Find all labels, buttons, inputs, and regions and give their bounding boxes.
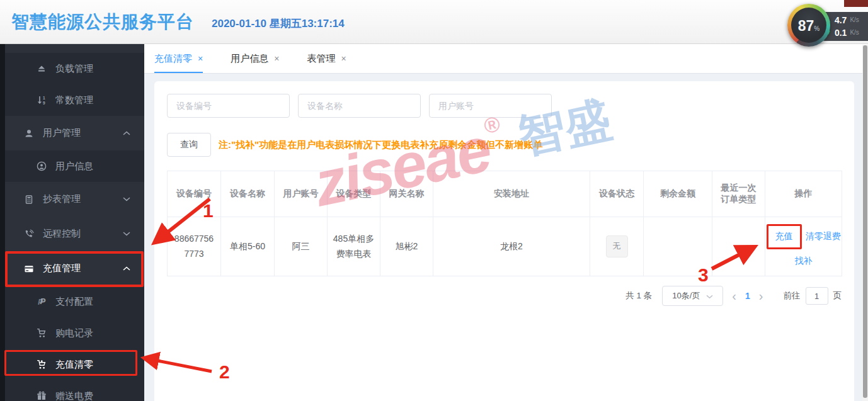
eject-icon	[35, 64, 48, 74]
user-icon	[23, 128, 35, 138]
upload-speed: 4.7	[835, 14, 847, 26]
cell-install-address: 龙根2	[433, 217, 590, 276]
sidebar-rail	[0, 44, 5, 401]
sidebar-item-meter-reading[interactable]: 抄表管理	[5, 182, 144, 217]
sidebar-item-label: 支付配置	[55, 296, 93, 308]
total-count: 共 1 条	[625, 290, 652, 302]
sidebar-item-recharge-reset[interactable]: 充值清零	[5, 349, 144, 380]
chevron-down-icon	[706, 291, 713, 301]
cart-icon	[35, 328, 48, 338]
make-up-link[interactable]: 找补	[795, 254, 813, 269]
sidebar-item-label: 购电记录	[55, 327, 93, 339]
device-name-input[interactable]	[298, 94, 421, 118]
query-button[interactable]: 查询	[167, 133, 211, 157]
tab-recharge-reset[interactable]: 充值清零 ×	[154, 44, 203, 73]
credit-card-icon	[23, 264, 35, 274]
cell-actions: 充值 清零退费 找补	[765, 217, 842, 276]
goto-label: 前往	[784, 290, 801, 302]
tab-label: 充值清零	[154, 53, 192, 65]
network-monitor-widget[interactable]: ▲ 4.7 K/s ▼ 0.1 K/s 87 %	[787, 4, 868, 49]
tab-bar: 充值清零 × 用户信息 × 表管理 ×	[144, 44, 868, 74]
sidebar-group-user: 用户信息	[5, 150, 144, 182]
col-device-status: 设备状态	[590, 171, 644, 217]
close-icon[interactable]: ×	[198, 54, 203, 64]
svg-text:9: 9	[43, 101, 45, 105]
content-panel: 查询 注:"找补"功能是在用户电表损坏情况下更换电表补充原剩余金额但不新增账单 …	[154, 81, 854, 401]
annotation-box-recharge: 充值	[767, 224, 802, 249]
sort-numeric-icon: 19	[35, 95, 48, 105]
main-content: 充值清零 × 用户信息 × 表管理 ×	[144, 44, 868, 401]
tab-label: 表管理	[307, 53, 335, 65]
note-text: 注:"找补"功能是在用户电表损坏情况下更换电表补充原剩余金额但不新增账单	[219, 139, 542, 151]
download-speed-unit: K/s	[850, 27, 859, 38]
memory-gauge: 87 %	[787, 4, 830, 47]
download-speed: 0.1	[835, 27, 847, 38]
page-unit-label: 页	[833, 290, 842, 302]
sidebar-item-constant-management[interactable]: 19 常数管理	[5, 84, 144, 116]
cell-device-type: 485单相多费率电表	[328, 217, 380, 276]
header-datetime: 2020-01-10 星期五13:17:14	[212, 16, 345, 31]
cell-device-no: 886677567773	[168, 217, 221, 276]
recharge-link[interactable]: 充值	[775, 231, 793, 241]
sidebar-item-user-info[interactable]: 用户信息	[5, 150, 144, 182]
gauge-percent: 87	[798, 18, 814, 35]
sidebar-item-label: 负载管理	[55, 63, 93, 75]
app-window: 智慧能源公共服务平台 2020-01-10 星期五13:17:14 负载管理 1…	[0, 0, 868, 401]
tab-label: 用户信息	[231, 53, 268, 65]
sidebar-item-load-management[interactable]: 负载管理	[5, 53, 144, 84]
sidebar-item-recharge-management[interactable]: 充值管理	[5, 251, 144, 286]
col-actions: 操作	[765, 171, 842, 217]
goto-page-input[interactable]	[806, 287, 828, 305]
table-header-row: 设备编号 设备名称 用户账号 设备类型 网关名称 安装地址 设备状态 剩余金额 …	[168, 171, 842, 217]
sidebar-item-remote-control[interactable]: 远程控制	[5, 217, 144, 251]
scrollbar-thumb[interactable]	[863, 45, 867, 398]
user-circle-icon	[35, 161, 48, 171]
col-last-order-type: 最近一次订单类型	[712, 171, 765, 217]
sidebar-item-user-management[interactable]: 用户管理	[5, 116, 144, 150]
page-size-select[interactable]: 10条/页	[662, 286, 723, 306]
tab-user-info[interactable]: 用户信息 ×	[231, 44, 279, 73]
col-balance: 剩余金额	[644, 171, 712, 217]
chevron-down-icon	[123, 197, 130, 201]
device-no-input[interactable]	[167, 94, 290, 118]
gift-icon	[35, 391, 48, 401]
status-badge: 无	[606, 235, 628, 257]
user-account-input[interactable]	[429, 94, 552, 118]
page-size-value: 10条/页	[672, 290, 700, 302]
cell-balance	[644, 217, 712, 276]
reset-refund-link[interactable]: 清零退费	[806, 229, 841, 244]
svg-text:1: 1	[43, 96, 45, 100]
sidebar-group-recharge: PP 支付配置 购电记录 充值清零	[5, 286, 144, 401]
sidebar: 负载管理 19 常数管理 用户管理	[0, 44, 144, 401]
page-title: 智慧能源公共服务平台	[11, 10, 194, 34]
paypal-icon: PP	[35, 297, 48, 307]
cell-device-status: 无	[590, 217, 644, 276]
close-icon[interactable]: ×	[341, 54, 346, 64]
sidebar-group-top: 负载管理 19 常数管理	[5, 53, 144, 116]
chevron-up-icon	[123, 266, 130, 271]
close-icon[interactable]: ×	[274, 54, 279, 64]
sidebar-item-label: 常数管理	[55, 94, 93, 106]
col-device-no: 设备编号	[168, 171, 221, 217]
table-row: 886677567773 单相5-60 阿三 485单相多费率电表 旭彬2 龙根…	[168, 217, 842, 276]
sidebar-item-label: 用户管理	[43, 127, 81, 139]
phone-volume-icon	[23, 229, 35, 239]
sidebar-item-payment-config[interactable]: PP 支付配置	[5, 286, 144, 317]
next-page-button[interactable]: ›	[759, 290, 763, 302]
sidebar-item-label: 赠送电费	[55, 390, 93, 401]
prev-page-button[interactable]: ‹	[732, 290, 736, 302]
col-gateway-name: 网关名称	[380, 171, 433, 217]
page-number[interactable]: 1	[745, 291, 750, 301]
sidebar-item-gift-electricity[interactable]: 赠送电费	[5, 380, 144, 401]
sidebar-item-label: 充值清零	[55, 359, 93, 371]
sidebar-item-purchase-records[interactable]: 购电记录	[5, 317, 144, 349]
gauge-percent-unit: %	[814, 25, 819, 32]
tab-meter-management[interactable]: 表管理 ×	[307, 44, 346, 73]
sidebar-item-label: 远程控制	[43, 228, 81, 240]
chevron-down-icon	[123, 232, 130, 236]
sidebar-menu: 负载管理 19 常数管理 用户管理	[5, 44, 144, 401]
cell-user-account: 阿三	[275, 217, 328, 276]
app-header: 智慧能源公共服务平台 2020-01-10 星期五13:17:14	[0, 0, 868, 44]
query-row: 查询 注:"找补"功能是在用户电表损坏情况下更换电表补充原剩余金额但不新增账单	[167, 133, 842, 157]
cart-arrow-down-icon	[35, 359, 48, 370]
